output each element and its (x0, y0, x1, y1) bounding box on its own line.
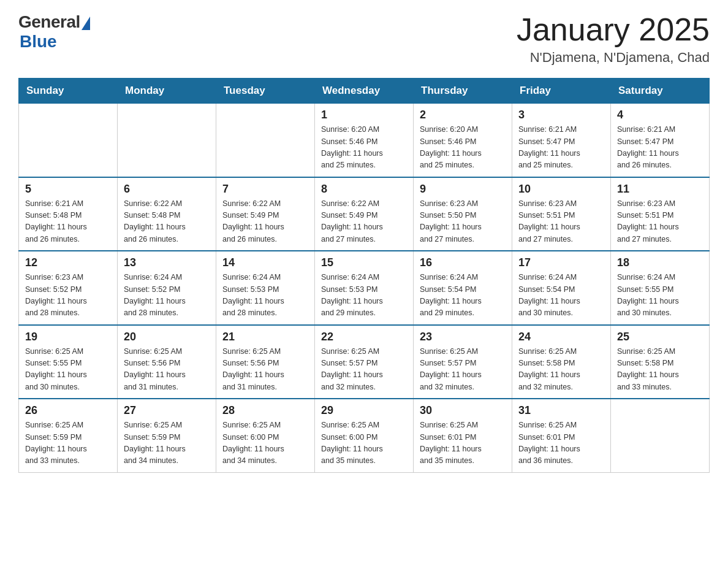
day-number: 2 (420, 109, 506, 121)
day-number: 1 (321, 109, 407, 121)
day-info: Sunrise: 6:25 AM Sunset: 5:56 PM Dayligh… (222, 346, 308, 394)
day-info: Sunrise: 6:24 AM Sunset: 5:53 PM Dayligh… (321, 272, 407, 320)
day-info: Sunrise: 6:23 AM Sunset: 5:50 PM Dayligh… (420, 198, 506, 246)
day-number: 23 (420, 331, 506, 343)
calendar-cell: 27Sunrise: 6:25 AM Sunset: 5:59 PM Dayli… (118, 399, 216, 472)
calendar-cell: 12Sunrise: 6:23 AM Sunset: 5:52 PM Dayli… (19, 251, 118, 325)
day-number: 19 (25, 331, 111, 343)
calendar-table: SundayMondayTuesdayWednesdayThursdayFrid… (18, 78, 710, 473)
calendar-cell: 13Sunrise: 6:24 AM Sunset: 5:52 PM Dayli… (118, 251, 216, 325)
calendar-cell (19, 104, 118, 177)
day-info: Sunrise: 6:25 AM Sunset: 5:58 PM Dayligh… (617, 346, 703, 394)
calendar-cell: 6Sunrise: 6:22 AM Sunset: 5:48 PM Daylig… (118, 177, 216, 251)
day-number: 15 (321, 256, 407, 269)
calendar-cell: 10Sunrise: 6:23 AM Sunset: 5:51 PM Dayli… (512, 177, 611, 251)
day-number: 13 (124, 256, 210, 269)
calendar-week-row: 12Sunrise: 6:23 AM Sunset: 5:52 PM Dayli… (19, 251, 710, 325)
day-info: Sunrise: 6:24 AM Sunset: 5:54 PM Dayligh… (518, 272, 604, 320)
day-info: Sunrise: 6:21 AM Sunset: 5:48 PM Dayligh… (25, 198, 111, 246)
day-number: 10 (518, 183, 604, 196)
day-number: 7 (222, 183, 308, 196)
calendar-cell: 1Sunrise: 6:20 AM Sunset: 5:46 PM Daylig… (315, 104, 414, 177)
calendar-cell: 30Sunrise: 6:25 AM Sunset: 6:01 PM Dayli… (414, 399, 512, 472)
calendar-cell: 5Sunrise: 6:21 AM Sunset: 5:48 PM Daylig… (19, 177, 118, 251)
calendar-cell: 3Sunrise: 6:21 AM Sunset: 5:47 PM Daylig… (512, 104, 611, 177)
day-info: Sunrise: 6:25 AM Sunset: 5:55 PM Dayligh… (25, 346, 111, 394)
day-info: Sunrise: 6:25 AM Sunset: 5:56 PM Dayligh… (124, 346, 210, 394)
day-info: Sunrise: 6:25 AM Sunset: 5:57 PM Dayligh… (420, 346, 506, 394)
logo-blue-text: Blue (20, 32, 57, 52)
day-info: Sunrise: 6:25 AM Sunset: 5:59 PM Dayligh… (124, 419, 210, 467)
day-info: Sunrise: 6:25 AM Sunset: 6:01 PM Dayligh… (420, 419, 506, 467)
calendar-week-row: 5Sunrise: 6:21 AM Sunset: 5:48 PM Daylig… (19, 177, 710, 251)
calendar-week-row: 26Sunrise: 6:25 AM Sunset: 5:59 PM Dayli… (19, 399, 710, 472)
day-info: Sunrise: 6:25 AM Sunset: 6:01 PM Dayligh… (518, 419, 604, 467)
day-info: Sunrise: 6:24 AM Sunset: 5:55 PM Dayligh… (617, 272, 703, 320)
calendar-cell: 18Sunrise: 6:24 AM Sunset: 5:55 PM Dayli… (611, 251, 710, 325)
day-number: 26 (25, 404, 111, 417)
day-number: 3 (518, 109, 604, 121)
calendar-week-row: 1Sunrise: 6:20 AM Sunset: 5:46 PM Daylig… (19, 104, 710, 177)
day-info: Sunrise: 6:21 AM Sunset: 5:47 PM Dayligh… (617, 124, 703, 172)
logo-general-text: General (18, 12, 80, 32)
day-number: 6 (124, 183, 210, 196)
calendar-week-row: 19Sunrise: 6:25 AM Sunset: 5:55 PM Dayli… (19, 325, 710, 399)
logo: General Blue (18, 12, 90, 52)
day-info: Sunrise: 6:20 AM Sunset: 5:46 PM Dayligh… (420, 124, 506, 172)
day-number: 8 (321, 183, 407, 196)
calendar-cell (611, 399, 710, 472)
day-of-week-friday: Friday (512, 79, 611, 104)
calendar-cell: 17Sunrise: 6:24 AM Sunset: 5:54 PM Dayli… (512, 251, 611, 325)
day-info: Sunrise: 6:25 AM Sunset: 5:59 PM Dayligh… (25, 419, 111, 467)
calendar-cell: 26Sunrise: 6:25 AM Sunset: 5:59 PM Dayli… (19, 399, 118, 472)
calendar-cell: 4Sunrise: 6:21 AM Sunset: 5:47 PM Daylig… (611, 104, 710, 177)
page-header: General Blue January 2025 N'Djamena, N'D… (18, 12, 710, 66)
day-info: Sunrise: 6:24 AM Sunset: 5:52 PM Dayligh… (124, 272, 210, 320)
calendar-cell: 21Sunrise: 6:25 AM Sunset: 5:56 PM Dayli… (216, 325, 315, 399)
calendar-cell: 7Sunrise: 6:22 AM Sunset: 5:49 PM Daylig… (216, 177, 315, 251)
calendar-cell: 9Sunrise: 6:23 AM Sunset: 5:50 PM Daylig… (414, 177, 512, 251)
day-of-week-tuesday: Tuesday (216, 79, 315, 104)
title-section: January 2025 N'Djamena, N'Djamena, Chad (517, 12, 710, 66)
day-info: Sunrise: 6:24 AM Sunset: 5:54 PM Dayligh… (420, 272, 506, 320)
day-info: Sunrise: 6:25 AM Sunset: 6:00 PM Dayligh… (222, 419, 308, 467)
day-of-week-monday: Monday (118, 79, 216, 104)
calendar-cell: 16Sunrise: 6:24 AM Sunset: 5:54 PM Dayli… (414, 251, 512, 325)
calendar-cell: 23Sunrise: 6:25 AM Sunset: 5:57 PM Dayli… (414, 325, 512, 399)
calendar-cell (216, 104, 315, 177)
day-number: 14 (222, 256, 308, 269)
day-info: Sunrise: 6:24 AM Sunset: 5:53 PM Dayligh… (222, 272, 308, 320)
day-info: Sunrise: 6:21 AM Sunset: 5:47 PM Dayligh… (518, 124, 604, 172)
calendar-cell: 11Sunrise: 6:23 AM Sunset: 5:51 PM Dayli… (611, 177, 710, 251)
day-info: Sunrise: 6:25 AM Sunset: 6:00 PM Dayligh… (321, 419, 407, 467)
day-number: 24 (518, 331, 604, 343)
day-number: 27 (124, 404, 210, 417)
day-info: Sunrise: 6:20 AM Sunset: 5:46 PM Dayligh… (321, 124, 407, 172)
day-of-week-saturday: Saturday (611, 79, 710, 104)
day-info: Sunrise: 6:23 AM Sunset: 5:51 PM Dayligh… (518, 198, 604, 246)
day-number: 5 (25, 183, 111, 196)
calendar-subtitle: N'Djamena, N'Djamena, Chad (517, 50, 710, 66)
logo-triangle-icon (82, 17, 90, 30)
calendar-cell: 31Sunrise: 6:25 AM Sunset: 6:01 PM Dayli… (512, 399, 611, 472)
calendar-title: January 2025 (517, 12, 710, 47)
day-info: Sunrise: 6:25 AM Sunset: 5:58 PM Dayligh… (518, 346, 604, 394)
calendar-cell: 20Sunrise: 6:25 AM Sunset: 5:56 PM Dayli… (118, 325, 216, 399)
day-number: 4 (617, 109, 703, 121)
day-number: 29 (321, 404, 407, 417)
calendar-cell (118, 104, 216, 177)
calendar-cell: 24Sunrise: 6:25 AM Sunset: 5:58 PM Dayli… (512, 325, 611, 399)
day-of-week-thursday: Thursday (414, 79, 512, 104)
day-number: 16 (420, 256, 506, 269)
day-info: Sunrise: 6:22 AM Sunset: 5:49 PM Dayligh… (321, 198, 407, 246)
calendar-cell: 29Sunrise: 6:25 AM Sunset: 6:00 PM Dayli… (315, 399, 414, 472)
day-number: 31 (518, 404, 604, 417)
calendar-cell: 25Sunrise: 6:25 AM Sunset: 5:58 PM Dayli… (611, 325, 710, 399)
day-info: Sunrise: 6:22 AM Sunset: 5:48 PM Dayligh… (124, 198, 210, 246)
day-number: 21 (222, 331, 308, 343)
day-info: Sunrise: 6:25 AM Sunset: 5:57 PM Dayligh… (321, 346, 407, 394)
day-number: 25 (617, 331, 703, 343)
calendar-cell: 2Sunrise: 6:20 AM Sunset: 5:46 PM Daylig… (414, 104, 512, 177)
day-number: 11 (617, 183, 703, 196)
day-number: 17 (518, 256, 604, 269)
